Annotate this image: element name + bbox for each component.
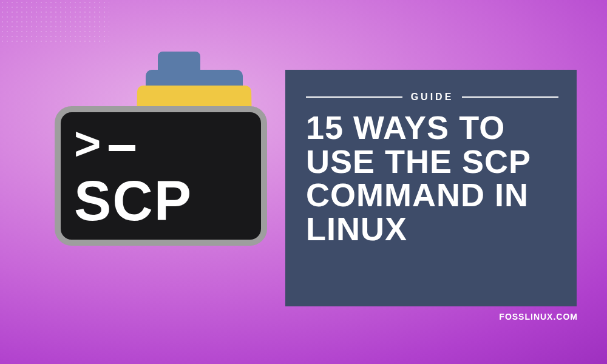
terminal-prompt: >	[74, 124, 248, 164]
headline-panel: GUIDE 15 WAYS TO USE THE SCP COMMAND IN …	[285, 70, 577, 306]
terminal-illustration: > SCP	[55, 106, 267, 246]
terminal-icon: > SCP	[55, 106, 267, 246]
divider-right	[462, 96, 558, 98]
site-credit: FOSSLINUX.COM	[499, 312, 578, 322]
terminal-label: SCP	[74, 175, 248, 228]
prompt-char: >	[74, 118, 100, 169]
divider-left	[306, 96, 402, 98]
eyebrow-row: GUIDE	[306, 92, 558, 103]
cursor-icon	[109, 145, 135, 151]
decorative-dots	[0, 0, 109, 42]
headline-text: 15 WAYS TO USE THE SCP COMMAND IN LINUX	[306, 111, 558, 246]
eyebrow-label: GUIDE	[411, 92, 454, 103]
